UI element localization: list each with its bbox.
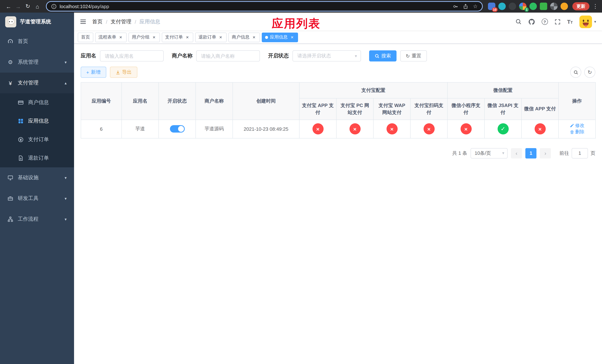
close-icon[interactable]: × — [251, 35, 257, 40]
sidebar-item-app-info[interactable]: 应用信息 — [0, 112, 74, 130]
tab-merchant-info[interactable]: 商户信息 × — [228, 32, 260, 42]
sidebar-item-merchant-info[interactable]: 商户信息 — [0, 93, 74, 112]
extension-icon[interactable] — [509, 3, 516, 10]
extensions-cluster: 10 1 — [486, 3, 570, 10]
merchant-name-input[interactable] — [196, 50, 260, 62]
bookmark-star-icon[interactable]: ☆ — [473, 3, 478, 9]
col-alipay-wap: 支付宝 WAP 网站支付 — [373, 98, 410, 120]
chevron-down-icon: ▾ — [594, 20, 596, 24]
col-status: 开启状态 — [159, 82, 196, 120]
page-unit-label: 页 — [591, 150, 595, 156]
workflow-icon — [7, 216, 13, 222]
search-button[interactable]: 搜索 — [369, 50, 397, 62]
sidebar-toggle-icon[interactable] — [80, 19, 86, 25]
password-key-icon[interactable] — [453, 3, 459, 9]
extension-icon[interactable] — [560, 3, 568, 10]
app-logo[interactable]: 芋道管理系统 — [0, 13, 74, 31]
avatar[interactable] — [580, 15, 592, 28]
screen: ← → ↻ ⌂ localhost:1024/pay/app ☆ — [0, 0, 602, 364]
sidebar-item-infrastructure[interactable]: 基础设施 ▾ — [0, 167, 74, 188]
chevron-down-icon: ▾ — [64, 196, 67, 201]
app-name-input[interactable] — [100, 50, 164, 62]
user-menu[interactable]: ▾ — [580, 15, 596, 28]
app-title: 芋道管理系统 — [20, 19, 51, 25]
search-icon[interactable] — [515, 19, 521, 25]
tab-app-info[interactable]: 应用信息 × — [262, 32, 298, 42]
breadcrumb-payment[interactable]: 支付管理 — [111, 18, 131, 25]
page-number-button[interactable]: 1 — [525, 148, 537, 158]
chevron-up-icon: ▴ — [64, 81, 67, 85]
tab-process-form[interactable]: 流程表单 × — [95, 32, 127, 42]
browser-home-icon[interactable]: ⌂ — [32, 1, 42, 11]
tab-pay-order[interactable]: 支付订单 × — [162, 32, 193, 42]
alipay-app-status-icon: × — [312, 123, 323, 134]
status-select[interactable]: 请选择开启状态 ▾ — [292, 50, 361, 62]
close-icon[interactable]: × — [185, 35, 190, 40]
extension-icon[interactable]: 10 — [488, 3, 495, 10]
close-icon[interactable]: × — [218, 35, 223, 40]
content: 应用名 商户名称 开启状态 请选择开启状态 ▾ — [74, 44, 602, 364]
browser-back-icon[interactable]: ← — [4, 1, 13, 11]
delete-link[interactable]: 删除 — [570, 129, 584, 135]
tab-home[interactable]: 首页 — [78, 32, 93, 42]
page-size-select[interactable]: 10条/页 ▾ — [471, 148, 508, 158]
toggle-search-button[interactable] — [570, 67, 581, 78]
edit-link[interactable]: 修改 — [570, 122, 584, 129]
add-button[interactable]: + 新增 — [81, 67, 106, 78]
extension-icon[interactable] — [498, 3, 506, 10]
sidebar-item-system[interactable]: ⚙ 系统管理 ▾ — [0, 52, 74, 73]
wechat-jsapi-status-icon: ✓ — [497, 123, 508, 134]
refresh-table-button[interactable]: ↻ — [584, 67, 595, 78]
col-alipay-qr: 支付宝扫码支付 — [410, 98, 447, 120]
export-button[interactable]: 导出 — [110, 67, 137, 78]
breadcrumb-current: 应用信息 — [140, 18, 160, 25]
fullscreen-icon[interactable] — [554, 19, 560, 25]
dashboard-icon — [7, 39, 13, 44]
breadcrumb-home[interactable]: 首页 — [92, 18, 103, 25]
github-icon[interactable] — [528, 18, 535, 25]
reset-button[interactable]: ↻ 重置 — [400, 50, 427, 62]
tab-refund-order[interactable]: 退款订单 × — [195, 32, 226, 42]
extension-icon[interactable]: 1 — [519, 3, 527, 10]
goto-page-input[interactable] — [572, 148, 588, 158]
next-page-button[interactable]: › — [540, 148, 551, 158]
sidebar-item-dev-tools[interactable]: 研发工具 ▾ — [0, 188, 74, 209]
browser-reload-icon[interactable]: ↻ — [23, 1, 32, 11]
alipay-wap-status-icon: × — [386, 123, 398, 134]
sidebar-item-label: 应用信息 — [28, 118, 49, 124]
sidebar-item-home[interactable]: 首页 — [0, 31, 74, 52]
app-name-label: 应用名 — [81, 53, 96, 59]
site-info-icon[interactable] — [51, 3, 57, 9]
prev-page-button[interactable]: ‹ — [511, 148, 522, 158]
close-icon[interactable]: × — [290, 35, 295, 40]
pagination: 共 1 条 10条/页 ▾ ‹ 1 › 前往 页 — [81, 148, 595, 158]
share-icon[interactable] — [463, 3, 469, 9]
close-icon[interactable]: × — [118, 35, 123, 40]
extension-icon[interactable] — [550, 3, 558, 10]
browser-forward-icon[interactable]: → — [13, 1, 23, 11]
chrome-update-button[interactable]: 更新 — [572, 2, 589, 10]
tab-user-group[interactable]: 用户分组 × — [129, 32, 160, 42]
sidebar-item-refund-order[interactable]: 退款订单 — [0, 149, 74, 167]
extension-icon[interactable] — [540, 3, 547, 10]
alipay-qr-status-icon: × — [423, 123, 434, 134]
sidebar-item-pay-order[interactable]: 支付订单 — [0, 130, 74, 149]
help-icon[interactable]: ? — [541, 19, 548, 25]
col-alipay-app: 支付宝 APP 支付 — [299, 98, 336, 120]
extension-icon[interactable] — [529, 3, 537, 10]
sidebar-item-label: 商户信息 — [28, 99, 49, 106]
col-app-name: 应用名 — [122, 82, 159, 120]
font-size-icon[interactable]: TT — [567, 19, 573, 24]
table-row: 6 芋道 芋道源码 2021-10-23 08:49:25 × × × × × … — [81, 120, 595, 138]
address-bar[interactable]: localhost:1024/pay/app ☆ — [46, 1, 483, 11]
sidebar-item-workflow[interactable]: 工作流程 ▾ — [0, 209, 74, 230]
status-toggle[interactable] — [170, 125, 184, 133]
close-icon[interactable]: × — [151, 35, 157, 40]
browser-menu-icon[interactable]: ⋮ — [592, 3, 598, 10]
page-body: 芋道管理系统 首页 ⚙ 系统管理 ▾ ¥ 支付管理 ▴ — [0, 13, 602, 364]
sidebar-item-payment[interactable]: ¥ 支付管理 ▴ — [0, 73, 74, 93]
sidebar: 芋道管理系统 首页 ⚙ 系统管理 ▾ ¥ 支付管理 ▴ — [0, 13, 74, 364]
col-alipay-pc: 支付宝 PC 网站支付 — [336, 98, 373, 120]
sidebar-item-label: 支付管理 — [18, 80, 39, 86]
breadcrumb-separator: / — [135, 19, 136, 25]
